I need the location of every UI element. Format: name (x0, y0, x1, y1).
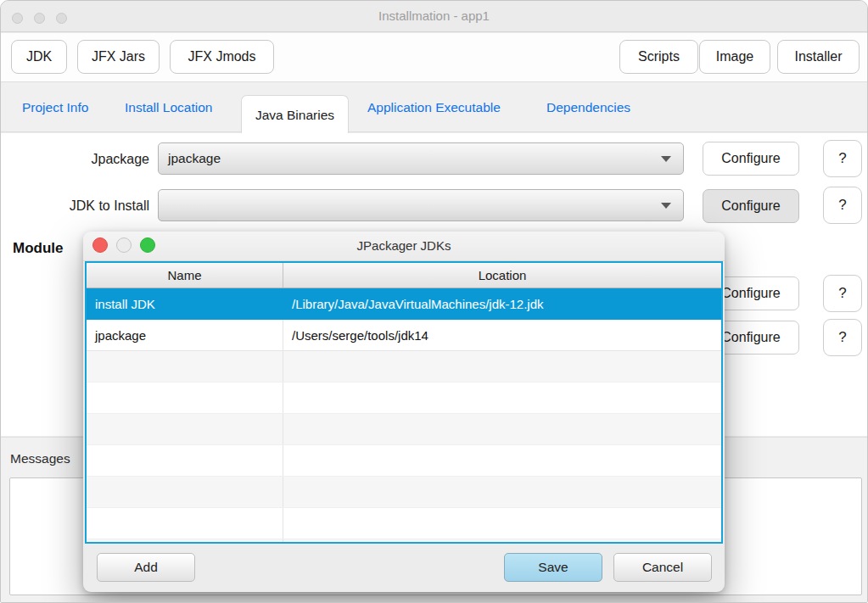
jpackage-help-button[interactable]: ? (823, 140, 862, 177)
table-row-selected[interactable]: install JDK /Library/Java/JavaVirtualMac… (87, 288, 721, 320)
table-empty-row (87, 414, 721, 445)
tab-application-executable[interactable]: Application Executable (367, 82, 501, 132)
tab-bar: Project Info Install Location Java Binar… (1, 81, 867, 132)
cell-name: jpackage (87, 320, 283, 350)
table-empty-row (87, 351, 721, 382)
messages-label: Messages (10, 451, 70, 466)
app-window: Installmation - app1 JDK JFX Jars JFX Jm… (0, 0, 868, 603)
save-button[interactable]: Save (504, 553, 602, 582)
tab-install-location[interactable]: Install Location (125, 82, 212, 132)
module-row2-help-button[interactable]: ? (823, 319, 862, 356)
chevron-down-icon (661, 156, 671, 162)
jdk-table: Name Location install JDK /Library/Java/… (85, 261, 723, 544)
window-titlebar: Installmation - app1 (1, 1, 867, 32)
cancel-button[interactable]: Cancel (613, 553, 712, 582)
image-button[interactable]: Image (699, 40, 770, 74)
jdk-to-install-combobox[interactable] (158, 189, 684, 221)
jpackage-combobox[interactable]: jpackage (158, 142, 684, 175)
cell-location: /Users/serge/tools/jdk14 (283, 320, 721, 350)
jpackage-configure-button[interactable]: Configure (703, 142, 799, 176)
add-button[interactable]: Add (97, 553, 195, 582)
table-empty-row (87, 539, 721, 544)
module-row1-help-button[interactable]: ? (823, 275, 862, 312)
table-empty-row (87, 382, 721, 414)
installer-button[interactable]: Installer (777, 40, 860, 74)
main-toolbar: JDK JFX Jars JFX Jmods Scripts Image Ins… (1, 33, 867, 81)
dialog-title: JPackager JDKs (83, 238, 725, 253)
jpackage-combobox-value: jpackage (168, 151, 221, 166)
column-header-name[interactable]: Name (87, 263, 283, 288)
tab-dependencies[interactable]: Dependencies (546, 82, 630, 132)
jpackage-label: Jpackage (14, 152, 149, 167)
jdk-to-install-label: JDK to Install (14, 198, 149, 214)
table-row[interactable]: jpackage /Users/serge/tools/jdk14 (87, 320, 721, 351)
tab-project-info[interactable]: Project Info (22, 82, 88, 132)
table-header-row: Name Location (87, 263, 721, 288)
column-header-location[interactable]: Location (283, 263, 721, 288)
dialog-titlebar: JPackager JDKs (83, 232, 725, 261)
jfx-jars-button[interactable]: JFX Jars (77, 40, 160, 74)
chevron-down-icon (661, 203, 671, 209)
jdk-button[interactable]: JDK (11, 40, 67, 74)
module-section-label: Module (13, 240, 64, 257)
cell-location: /Library/Java/JavaVirtualMachines/jdk-12… (283, 288, 721, 320)
jpackager-jdks-dialog: JPackager JDKs Name Location install JDK… (83, 232, 725, 592)
table-empty-row (87, 477, 721, 508)
jdk-to-install-configure-button[interactable]: Configure (703, 189, 799, 223)
jdk-to-install-help-button[interactable]: ? (823, 187, 862, 224)
cell-name: install JDK (87, 288, 283, 320)
jfx-jmods-button[interactable]: JFX Jmods (170, 40, 274, 74)
scripts-button[interactable]: Scripts (619, 40, 698, 74)
window-title: Installmation - app1 (1, 8, 867, 23)
tab-java-binaries[interactable]: Java Binaries (241, 95, 349, 134)
table-empty-row (87, 508, 721, 539)
table-empty-row (87, 445, 721, 477)
